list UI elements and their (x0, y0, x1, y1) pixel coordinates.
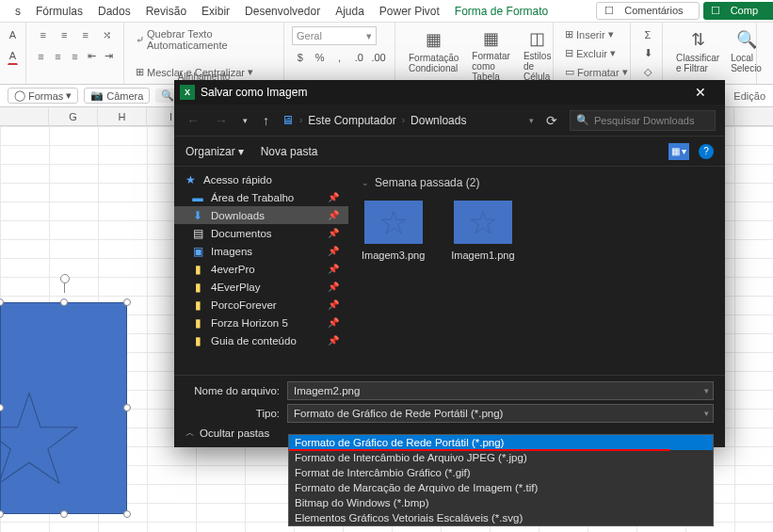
help-icon[interactable]: ? (699, 144, 714, 159)
file-thumbnail[interactable]: Imagem3.png (362, 201, 425, 261)
chevron-down-icon: ⌄ (362, 178, 369, 187)
resize-handle[interactable] (123, 404, 131, 411)
align-center-icon[interactable]: ≡ (51, 48, 65, 65)
cell-styles-button[interactable]: ◫Estilos de Célula (518, 26, 556, 80)
currency-icon[interactable]: $ (292, 49, 309, 66)
star-icon (0, 388, 81, 492)
resize-handle[interactable] (60, 298, 68, 306)
menu-item-active[interactable]: Forma de Formato (447, 5, 556, 18)
filetype-dropdown[interactable]: Formato de Gráfico de Rede Portátil (*.p… (287, 404, 714, 423)
organize-button[interactable]: Organizar ▾ (185, 145, 244, 158)
filetype-option[interactable]: Format de Intercâmbio Gráfico (*.gif) (289, 465, 713, 480)
folder-icon: ▮ (191, 263, 204, 276)
filetype-option[interactable]: Elementos Gráficos Vetoriais Escaláveis … (289, 510, 713, 525)
share-button[interactable]: ☐ Comp (703, 2, 773, 20)
delete-button[interactable]: ⊟ Excluir ▾ (561, 45, 622, 61)
camera-button[interactable]: 📷 Câmera (84, 88, 150, 104)
dec-inc-icon[interactable]: .0 (350, 49, 367, 66)
sidebar-item[interactable]: ▮4everPro📌 (174, 260, 348, 278)
font-grow-icon[interactable]: A (8, 26, 18, 43)
menu-item[interactable]: Power Pivot (372, 5, 447, 18)
orient-icon[interactable]: ⤭ (98, 26, 117, 43)
align-mid-icon[interactable]: ≡ (56, 26, 74, 43)
insert-button[interactable]: ⊞ Inserir ▾ (561, 26, 622, 42)
breadcrumb[interactable]: 🖥 › Este Computador › Downloads ▾ (282, 113, 534, 127)
format-button[interactable]: ▭ Formatar ▾ (561, 64, 622, 80)
filetype-option[interactable]: Formato de Intercâmbio de Arquivo JPEG (… (289, 450, 713, 465)
view-icon[interactable]: ▦ ▾ (668, 143, 689, 160)
ribbon-group-label: Edição (733, 90, 773, 102)
nav-up-button[interactable]: ↑ (260, 113, 272, 128)
sidebar-item[interactable]: ▬Área de Trabalho📌 (174, 188, 348, 206)
resize-handle[interactable] (123, 298, 131, 306)
shapes-button[interactable]: ◯ Formas ▾ (8, 88, 78, 104)
new-folder-button[interactable]: Nova pasta (261, 145, 318, 158)
sort-filter-button[interactable]: ⇅Classificar e Filtrar (670, 26, 725, 80)
clear-icon[interactable]: ◇ (638, 63, 657, 80)
sidebar-item[interactable]: ★Acesso rápido (174, 170, 348, 188)
sidebar-item[interactable]: ▤Documentos📌 (174, 224, 348, 242)
align-left-icon[interactable]: ≡ (34, 48, 48, 65)
table-format-button[interactable]: ▦Formatar como Tabela (466, 26, 516, 80)
folder-icon: ★ (184, 173, 197, 186)
filename-input[interactable]: Imagem2.png▾ (287, 381, 714, 400)
rotate-handle[interactable] (60, 274, 70, 283)
comma-icon[interactable]: , (331, 49, 348, 66)
align-bot-icon[interactable]: ≡ (76, 26, 95, 43)
dec-dec-icon[interactable]: .00 (370, 49, 387, 66)
sidebar-item[interactable]: ▮4EverPlay📌 (174, 278, 348, 296)
folder-icon: ▮ (191, 298, 204, 312)
sidebar-item[interactable]: ▮PorcoForever📌 (174, 296, 348, 314)
nav-recent-button[interactable]: ▾ (240, 116, 250, 125)
sidebar-item[interactable]: ⬇Downloads📌 (174, 206, 348, 224)
indent-dec-icon[interactable]: ⇤ (85, 48, 99, 65)
close-button[interactable]: ✕ (682, 85, 719, 100)
menu-item[interactable]: Exibir (194, 5, 237, 18)
resize-handle[interactable] (123, 510, 131, 518)
file-thumbnail[interactable]: Imagem1.png (451, 201, 514, 261)
sidebar-item[interactable]: ▮Guia de conteúdo📌 (174, 331, 348, 349)
menu-item[interactable]: Ajuda (328, 5, 372, 18)
section-header[interactable]: ⌄ Semana passada (2) (362, 176, 712, 189)
menu-item[interactable]: Dados (90, 5, 138, 18)
filetype-option[interactable]: Formato de Gráfico de Rede Portátil (*.p… (289, 435, 713, 450)
sidebar-item[interactable]: ▮Forza Horizon 5📌 (174, 314, 348, 331)
percent-icon[interactable]: % (312, 49, 329, 66)
svg-marker-2 (471, 212, 494, 234)
sidebar-item[interactable]: ▣Imagens📌 (174, 242, 348, 260)
refresh-button[interactable]: ⟳ (543, 113, 560, 128)
folder-icon: ▮ (191, 281, 204, 294)
comments-button[interactable]: ☐ Comentários (596, 2, 699, 20)
filetype-option[interactable]: Formato de Marcação de Arquivo de Imagem… (289, 480, 713, 495)
save-as-dialog: X Salvar como Imagem ✕ ← → ▾ ↑ 🖥 › Este … (174, 80, 725, 447)
pin-icon: 📌 (328, 210, 339, 220)
menu-item[interactable]: Fórmulas (28, 5, 90, 18)
font-color-icon[interactable]: A (8, 48, 18, 65)
find-select-button[interactable]: 🔍Local Selecio (725, 26, 767, 80)
folder-icon: ▮ (191, 316, 204, 330)
number-format-dropdown[interactable]: Geral▾ (292, 26, 377, 45)
fill-icon[interactable]: ⬇ (638, 45, 657, 62)
dialog-search[interactable]: 🔍 Pesquisar Downloads (570, 110, 716, 131)
menu-item[interactable]: Revisão (138, 5, 194, 18)
selected-shape[interactable] (0, 291, 139, 526)
dialog-sidebar: ★Acesso rápido▬Área de Trabalho📌⬇Downloa… (174, 167, 348, 375)
indent-inc-icon[interactable]: ⇥ (102, 48, 116, 65)
resize-handle[interactable] (0, 510, 4, 518)
menu-item[interactable]: Desenvolvedor (237, 5, 328, 18)
menu-item[interactable]: s (8, 5, 28, 18)
chevron-up-icon: ︿ (185, 427, 195, 440)
shape-rectangle[interactable] (0, 302, 127, 514)
filename-label: Nome do arquivo: (185, 385, 280, 396)
cond-format-button[interactable]: ▦Formatação Condicional (403, 26, 464, 80)
align-right-icon[interactable]: ≡ (68, 48, 82, 65)
filetype-option[interactable]: Bitmap do Windows (*.bmp) (289, 495, 713, 510)
pin-icon: 📌 (328, 264, 339, 274)
svg-marker-1 (381, 212, 405, 234)
nav-fwd-button[interactable]: → (212, 113, 231, 128)
nav-back-button[interactable]: ← (184, 113, 202, 128)
align-top-icon[interactable]: ≡ (34, 26, 53, 43)
resize-handle[interactable] (60, 510, 68, 518)
wrap-text-button[interactable]: ⤶ Quebrar Texto Automaticamente (132, 26, 276, 53)
autosum-icon[interactable]: Σ (638, 26, 657, 43)
